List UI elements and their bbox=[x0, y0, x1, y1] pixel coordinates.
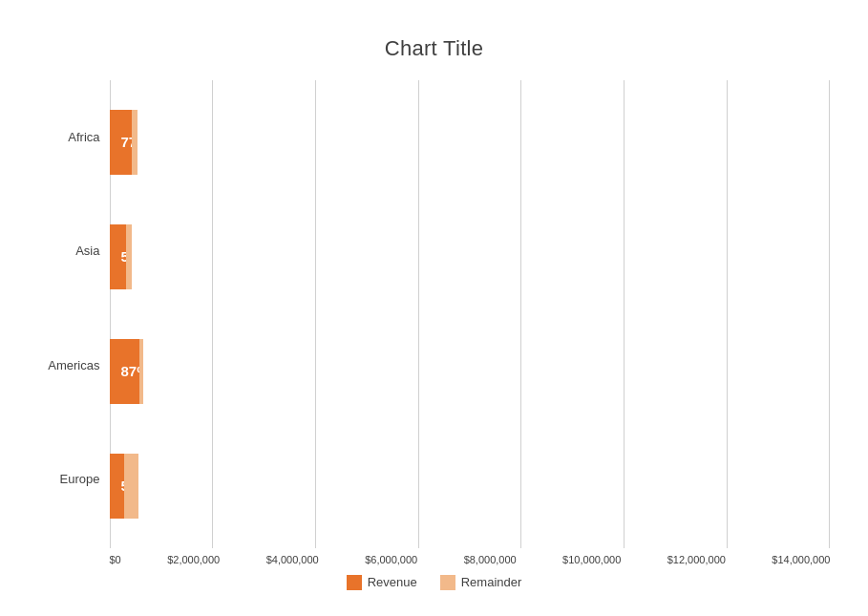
y-label-americas: Americas bbox=[48, 358, 99, 372]
legend-item-remainder: Remainder bbox=[440, 575, 522, 590]
bar-remainder-europe bbox=[124, 454, 138, 519]
y-label-europe: Europe bbox=[60, 472, 100, 486]
bars-area: 77%58%87%53% bbox=[110, 80, 831, 548]
x-tick-4: $8,000,000 bbox=[464, 554, 517, 565]
bar-track-asia: 58% bbox=[110, 224, 150, 289]
x-tick-2: $4,000,000 bbox=[266, 554, 319, 565]
bar-revenue-africa: 77% bbox=[110, 110, 132, 175]
bar-revenue-americas: 87% bbox=[110, 339, 139, 404]
bar-remainder-africa bbox=[132, 110, 138, 175]
bar-track-africa: 77% bbox=[110, 110, 150, 175]
bar-revenue-asia: 58% bbox=[110, 224, 126, 289]
legend-label-revenue: Revenue bbox=[368, 575, 417, 589]
bar-row-africa: 77% bbox=[110, 110, 831, 175]
legend-label-remainder: Remainder bbox=[461, 575, 522, 589]
grid-and-bars: 77%58%87%53% bbox=[110, 80, 831, 548]
x-tick-3: $6,000,000 bbox=[365, 554, 417, 565]
bar-track-americas: 87% bbox=[110, 339, 150, 404]
x-tick-6: $12,000,000 bbox=[667, 554, 726, 565]
chart-container: Chart Title AfricaAsiaAmericasEurope 77%… bbox=[19, 17, 850, 600]
bar-remainder-americas bbox=[139, 339, 143, 404]
x-tick-0: $0 bbox=[110, 554, 121, 565]
bar-pct-label-americas: 87% bbox=[121, 363, 150, 379]
y-axis: AfricaAsiaAmericasEurope bbox=[38, 80, 110, 565]
bar-row-asia: 58% bbox=[110, 224, 831, 289]
legend-color-revenue bbox=[347, 575, 362, 590]
bar-row-europe: 53% bbox=[110, 454, 831, 519]
y-label-africa: Africa bbox=[68, 130, 99, 144]
legend-color-remainder bbox=[440, 575, 455, 590]
legend-item-revenue: Revenue bbox=[347, 575, 417, 590]
chart-title: Chart Title bbox=[385, 36, 484, 61]
bar-track-europe: 53% bbox=[110, 454, 150, 519]
legend: Revenue Remainder bbox=[347, 575, 522, 590]
chart-plot: 77%58%87%53% $0$2,000,000$4,000,000$6,00… bbox=[110, 80, 831, 565]
x-axis: $0$2,000,000$4,000,000$6,000,000$8,000,0… bbox=[110, 548, 831, 565]
bar-remainder-asia bbox=[126, 224, 132, 289]
x-tick-5: $10,000,000 bbox=[562, 554, 621, 565]
bar-revenue-europe: 53% bbox=[110, 454, 125, 519]
chart-body: AfricaAsiaAmericasEurope 77%58%87%53% $0… bbox=[38, 80, 831, 565]
x-tick-7: $14,000,000 bbox=[772, 554, 830, 565]
x-tick-1: $2,000,000 bbox=[167, 554, 220, 565]
bar-row-americas: 87% bbox=[110, 339, 831, 404]
y-label-asia: Asia bbox=[75, 244, 99, 258]
